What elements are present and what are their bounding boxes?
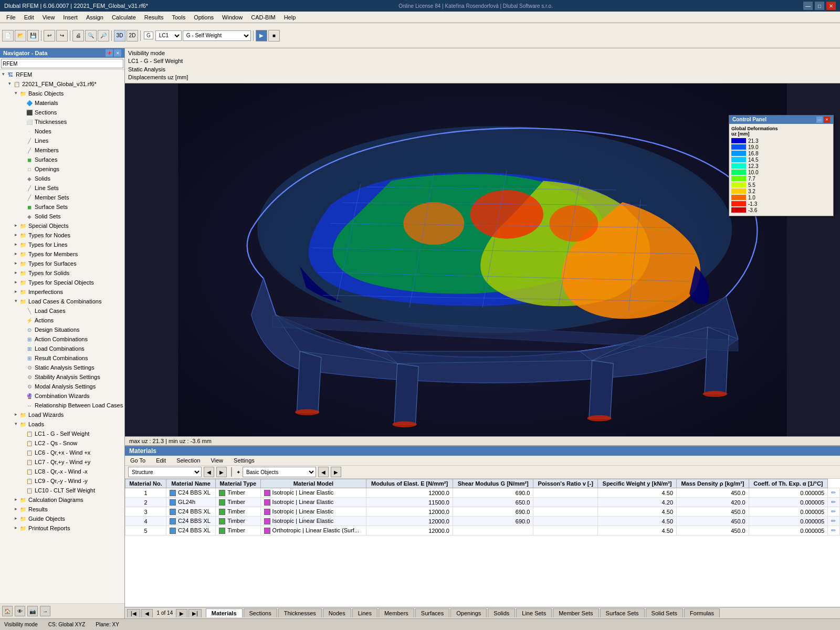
tab-openings[interactable]: Openings bbox=[450, 608, 487, 617]
tree-item-relationship[interactable]: ↔Relationship Between Load Cases bbox=[0, 401, 124, 410]
tree-item-stability-analysis[interactable]: ⚙Stability Analysis Settings bbox=[0, 372, 124, 382]
tree-item-load-cases-comb[interactable]: ▾📁Load Cases & Combinations bbox=[0, 297, 124, 306]
tab-solids[interactable]: Solids bbox=[488, 608, 515, 617]
tree-item-solids[interactable]: ◆Solids bbox=[0, 174, 124, 183]
menu-item-window[interactable]: Window bbox=[218, 13, 247, 22]
tab-solid-sets[interactable]: Solid Sets bbox=[646, 608, 684, 617]
tab-surface-sets[interactable]: Surface Sets bbox=[600, 608, 645, 617]
pagination-prev2[interactable]: ◀ bbox=[141, 609, 153, 617]
filter2-next-btn[interactable]: ▶ bbox=[331, 467, 341, 477]
bottom-menu-go-to[interactable]: Go To bbox=[128, 457, 148, 464]
tree-item-special-objects[interactable]: ▸📁Special Objects bbox=[0, 221, 124, 230]
tree-item-thicknesses[interactable]: ⬜Thicknesses bbox=[0, 117, 124, 127]
table-row-0[interactable]: 1C24 BBS XLTimberIsotropic | Linear Elas… bbox=[125, 488, 840, 498]
nav-arrow-btn[interactable]: → bbox=[40, 606, 50, 616]
tree-item-members[interactable]: ╱Members bbox=[0, 145, 124, 155]
new-button[interactable]: 📄 bbox=[2, 30, 14, 41]
zoom-out-button[interactable]: 🔎 bbox=[98, 30, 109, 41]
tree-item-rfem[interactable]: ▾🏗RFEM bbox=[0, 70, 124, 79]
tree-item-lc7[interactable]: 📋LC7 - Qr,+y - Wind +y bbox=[0, 457, 124, 467]
tree-item-lc10[interactable]: 📋LC10 - CLT Self Weight bbox=[0, 486, 124, 495]
tree-item-load-wizards[interactable]: ▸📁Load Wizards bbox=[0, 410, 124, 419]
tree-item-design-situations[interactable]: ⊙Design Situations bbox=[0, 325, 124, 334]
tree-item-modal-analysis[interactable]: ⚙Modal Analysis Settings bbox=[0, 382, 124, 391]
tree-item-file[interactable]: ▾📋22021_FEM_Global_v31.rf6* bbox=[0, 79, 124, 89]
tree-item-lc8[interactable]: 📋LC8 - Qr,-x - Wind -x bbox=[0, 467, 124, 476]
table-row-4[interactable]: 5C24 BBS XLTimberOrthotropic | Linear El… bbox=[125, 526, 840, 536]
tree-item-types-special[interactable]: ▸📁Types for Special Objects bbox=[0, 278, 124, 287]
tree-item-types-lines[interactable]: ▸📁Types for Lines bbox=[0, 240, 124, 249]
bottom-menu-view[interactable]: View bbox=[208, 457, 225, 464]
open-button[interactable]: 📂 bbox=[15, 30, 26, 41]
tree-item-actions[interactable]: ⚡Actions bbox=[0, 316, 124, 325]
tree-item-lc2[interactable]: 📋LC2 - Qs - Snow bbox=[0, 438, 124, 448]
tree-item-materials[interactable]: 🔷Materials bbox=[0, 98, 124, 108]
view2d-button[interactable]: 2D bbox=[127, 30, 138, 41]
tree-item-lc9[interactable]: 📋LC9 - Qr,-y - Wind -y bbox=[0, 476, 124, 486]
tab-thicknesses[interactable]: Thicknesses bbox=[278, 608, 322, 617]
bottom-menu-settings[interactable]: Settings bbox=[232, 457, 257, 464]
maximize-button[interactable]: □ bbox=[815, 2, 824, 10]
filter-next-btn[interactable]: ▶ bbox=[216, 467, 227, 477]
menu-item-insert[interactable]: Insert bbox=[59, 13, 82, 22]
tab-formulas[interactable]: Formulas bbox=[684, 608, 720, 617]
tree-item-result-combinations[interactable]: ⊞Result Combinations bbox=[0, 353, 124, 363]
tab-nodes[interactable]: Nodes bbox=[323, 608, 351, 617]
tree-item-guide-objects[interactable]: ▸📁Guide Objects bbox=[0, 514, 124, 523]
tree-item-line-sets[interactable]: ╱Line Sets bbox=[0, 183, 124, 193]
menu-item-tools[interactable]: Tools bbox=[167, 13, 190, 22]
menu-item-edit[interactable]: Edit bbox=[20, 13, 38, 22]
pagination-next[interactable]: ▶ bbox=[176, 609, 187, 617]
tree-item-nodes[interactable]: ·Nodes bbox=[0, 127, 124, 136]
basic-objects-filter[interactable]: Basic Objects bbox=[243, 467, 316, 477]
filter-prev-btn[interactable]: ◀ bbox=[204, 467, 214, 477]
tab-materials[interactable]: Materials bbox=[206, 608, 243, 617]
menu-item-options[interactable]: Options bbox=[190, 13, 218, 22]
tree-item-types-members[interactable]: ▸📁Types for Members bbox=[0, 249, 124, 259]
tree-item-printout[interactable]: ▸📁Printout Reports bbox=[0, 523, 124, 533]
tab-surfaces[interactable]: Surfaces bbox=[415, 608, 449, 617]
save-button[interactable]: 💾 bbox=[27, 30, 39, 41]
navigator-search-input[interactable] bbox=[1, 59, 123, 68]
viewport-canvas[interactable]: Control Panel — ✕ Global Deformationsuz … bbox=[125, 83, 840, 436]
pagination-prev[interactable]: |◀ bbox=[127, 609, 140, 617]
row-edit-btn-2[interactable]: ✏ bbox=[831, 508, 836, 514]
pagination-last[interactable]: ▶| bbox=[188, 609, 202, 617]
menu-item-assign[interactable]: Assign bbox=[82, 13, 108, 22]
filter2-prev-btn[interactable]: ◀ bbox=[318, 467, 329, 477]
tree-item-load-cases[interactable]: ╲Load Cases bbox=[0, 306, 124, 316]
nav-eye-btn[interactable]: 👁 bbox=[15, 606, 25, 616]
bottom-menu-selection[interactable]: Selection bbox=[174, 457, 202, 464]
menu-item-calculate[interactable]: Calculate bbox=[108, 13, 140, 22]
nav-close-button[interactable]: ✕ bbox=[114, 49, 121, 57]
lc-combo[interactable]: LC1 bbox=[155, 30, 182, 41]
tree-item-surfaces[interactable]: ◼Surfaces bbox=[0, 155, 124, 164]
tab-line-sets[interactable]: Line Sets bbox=[516, 608, 552, 617]
stop-button[interactable]: ■ bbox=[268, 30, 280, 41]
tab-member-sets[interactable]: Member Sets bbox=[553, 608, 598, 617]
tree-item-types-solids[interactable]: ▸📁Types for Solids bbox=[0, 268, 124, 278]
menu-item-help[interactable]: Help bbox=[280, 13, 300, 22]
nav-camera-btn[interactable]: 📷 bbox=[27, 606, 38, 616]
nav-model-btn[interactable]: 🏠 bbox=[2, 606, 13, 616]
menu-item-view[interactable]: View bbox=[38, 13, 59, 22]
tree-item-surface-sets[interactable]: ◼Surface Sets bbox=[0, 202, 124, 212]
tree-item-solid-sets[interactable]: ◆Solid Sets bbox=[0, 212, 124, 221]
tree-item-loads[interactable]: ▾📁Loads bbox=[0, 419, 124, 429]
tree-item-basic-objects[interactable]: ▾📁Basic Objects bbox=[0, 89, 124, 98]
tree-item-types-surfaces[interactable]: ▸📁Types for Surfaces bbox=[0, 259, 124, 268]
cp-min-btn[interactable]: — bbox=[816, 117, 823, 123]
table-row-2[interactable]: 3C24 BBS XLTimberIsotropic | Linear Elas… bbox=[125, 507, 840, 517]
zoom-in-button[interactable]: 🔍 bbox=[85, 30, 97, 41]
menu-item-file[interactable]: File bbox=[2, 13, 20, 22]
undo-button[interactable]: ↩ bbox=[44, 30, 55, 41]
tree-item-imperfections[interactable]: ▸📁Imperfections bbox=[0, 287, 124, 297]
row-edit-btn-1[interactable]: ✏ bbox=[831, 499, 836, 505]
nav-pin-button[interactable]: 📌 bbox=[106, 49, 113, 57]
tree-item-action-combinations[interactable]: ⊞Action Combinations bbox=[0, 334, 124, 344]
table-row-1[interactable]: 2GL24hTimberIsotropic | Linear Elastic11… bbox=[125, 498, 840, 507]
tree-item-types-nodes[interactable]: ▸📁Types for Nodes bbox=[0, 230, 124, 240]
tree-item-openings[interactable]: □Openings bbox=[0, 164, 124, 174]
tree-item-lc1[interactable]: 📋LC1 - G - Self Weight bbox=[0, 429, 124, 438]
tree-item-comb-wizards[interactable]: 🔮Combination Wizards bbox=[0, 391, 124, 401]
